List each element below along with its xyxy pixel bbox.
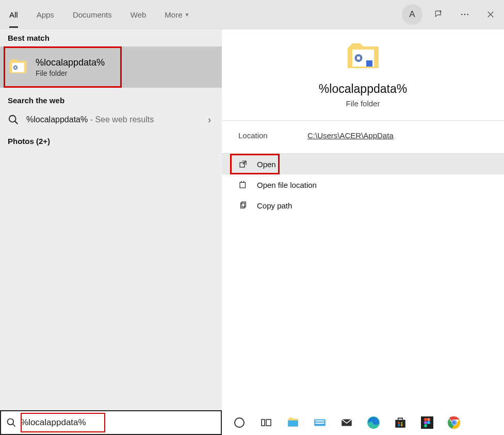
preview-panel: %localappdata% File folder Location C:\U… <box>222 29 504 410</box>
svg-point-13 <box>8 419 14 425</box>
svg-point-0 <box>461 14 463 15</box>
web-search-result[interactable]: %localappdata% - See web results › <box>0 109 222 133</box>
open-icon <box>238 159 248 169</box>
svg-point-2 <box>467 14 469 15</box>
web-result-suffix: - See web results <box>88 115 154 124</box>
chrome-icon[interactable] <box>447 415 461 430</box>
folder-icon <box>8 57 28 77</box>
chevron-down-icon: ▼ <box>185 12 190 18</box>
chevron-right-icon: › <box>208 115 214 125</box>
best-match-text: %localappdata% File folder <box>36 57 105 77</box>
search-box[interactable] <box>0 410 222 435</box>
folder-icon-large <box>345 39 382 76</box>
svg-rect-23 <box>398 422 400 424</box>
action-open-label: Open <box>257 160 276 169</box>
svg-rect-8 <box>366 60 372 67</box>
results-panel: Best match %localappdata% File folder Se… <box>0 29 222 410</box>
action-copy-path-label: Copy path <box>257 201 292 210</box>
figma-icon[interactable] <box>420 415 434 430</box>
svg-point-37 <box>452 421 456 425</box>
svg-rect-17 <box>288 421 298 427</box>
svg-rect-22 <box>395 420 405 428</box>
tab-apps[interactable]: Apps <box>27 0 63 29</box>
task-view-icon[interactable] <box>259 415 273 430</box>
svg-rect-26 <box>401 424 402 426</box>
user-avatar[interactable]: A <box>402 4 422 25</box>
svg-rect-15 <box>262 420 265 426</box>
action-open-file-location[interactable]: Open file location <box>222 174 504 195</box>
location-path[interactable]: C:\Users\ACER\AppData <box>307 131 394 140</box>
svg-rect-4 <box>14 67 16 68</box>
tab-all[interactable]: All <box>0 0 27 29</box>
svg-rect-11 <box>241 203 245 208</box>
svg-rect-20 <box>315 423 324 424</box>
action-open-file-location-label: Open file location <box>257 181 317 189</box>
svg-rect-16 <box>266 420 271 426</box>
action-open[interactable]: Open <box>222 154 504 174</box>
photos-header[interactable]: Photos (2+) <box>0 133 222 150</box>
search-input[interactable] <box>21 411 221 434</box>
svg-rect-25 <box>398 424 400 426</box>
web-result-left: %localappdata% - See web results <box>8 114 154 125</box>
tab-more-label: More <box>165 10 182 19</box>
svg-rect-7 <box>357 57 360 60</box>
search-icon <box>6 417 17 428</box>
close-icon[interactable] <box>481 5 500 24</box>
best-match-header: Best match <box>0 29 222 46</box>
svg-point-32 <box>424 424 427 427</box>
location-label: Location <box>238 131 307 140</box>
tab-web[interactable]: Web <box>121 0 156 29</box>
web-result-text: %localappdata% - See web results <box>26 115 154 124</box>
svg-point-1 <box>464 14 466 15</box>
svg-point-14 <box>235 418 244 427</box>
preview-header: %localappdata% File folder <box>222 39 504 120</box>
preview-content: %localappdata% File folder Location C:\U… <box>222 29 504 410</box>
file-explorer-icon[interactable] <box>286 415 300 430</box>
web-result-query: %localappdata% <box>26 115 88 124</box>
best-match-title: %localappdata% <box>36 57 105 68</box>
svg-point-31 <box>427 421 430 424</box>
top-bar: All Apps Documents Web More ▼ A <box>0 0 504 29</box>
action-copy-path[interactable]: Copy path <box>222 195 504 216</box>
search-icon <box>8 114 19 125</box>
copy-path-icon <box>238 201 248 210</box>
keyboard-app-icon[interactable] <box>313 415 327 430</box>
search-web-header: Search the web <box>0 88 222 109</box>
best-match-result[interactable]: %localappdata% File folder <box>0 46 222 88</box>
tab-more[interactable]: More ▼ <box>155 0 199 29</box>
svg-point-28 <box>424 418 427 421</box>
svg-point-5 <box>9 116 16 122</box>
preview-subtitle: File folder <box>346 99 380 108</box>
taskbar <box>0 410 504 435</box>
search-filter-tabs: All Apps Documents Web More ▼ <box>0 0 199 29</box>
svg-rect-12 <box>242 202 246 207</box>
main-area: Best match %localappdata% File folder Se… <box>0 29 504 410</box>
svg-point-30 <box>424 421 427 424</box>
mail-icon[interactable] <box>339 415 354 430</box>
preview-title: %localappdata% <box>319 82 407 96</box>
best-match-subtitle: File folder <box>36 69 105 77</box>
microsoft-store-icon[interactable] <box>393 415 408 430</box>
svg-point-29 <box>427 418 430 421</box>
tab-documents[interactable]: Documents <box>63 0 121 29</box>
top-controls: A <box>402 4 500 25</box>
svg-rect-19 <box>315 421 324 422</box>
svg-rect-10 <box>240 183 246 188</box>
location-row: Location C:\Users\ACER\AppData <box>222 121 504 153</box>
open-file-location-icon <box>238 180 248 189</box>
feedback-icon[interactable] <box>430 5 448 24</box>
taskbar-icons <box>222 410 504 435</box>
more-options-icon[interactable] <box>456 5 474 24</box>
svg-rect-24 <box>401 422 402 424</box>
edge-icon[interactable] <box>366 415 381 430</box>
cortana-icon[interactable] <box>232 415 247 430</box>
